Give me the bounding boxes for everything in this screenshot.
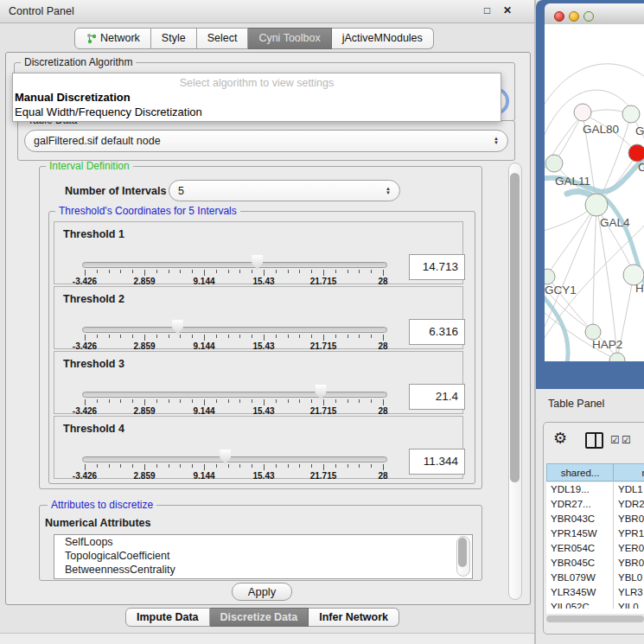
cell-shared-name[interactable]: YBR043C xyxy=(546,512,613,526)
checkbox-icon[interactable]: ☑ xyxy=(610,434,620,446)
checkbox-icon[interactable]: ☑ xyxy=(622,434,631,446)
column-header-name[interactable]: na xyxy=(613,463,644,481)
tick-mark xyxy=(120,464,121,468)
list-item[interactable]: SelfLoops xyxy=(54,535,472,549)
table-data-combobox[interactable]: galFiltered.sif default node ▲▼ xyxy=(24,130,508,152)
network-node[interactable] xyxy=(585,194,608,216)
close-icon[interactable]: ✕ xyxy=(503,4,512,16)
table-row[interactable]: YBR045CYBR0 xyxy=(546,556,644,571)
threshold-4-value-field[interactable]: 11.344 xyxy=(409,449,465,475)
threshold-1-value-field[interactable]: 14.713 xyxy=(409,254,465,280)
slider-track[interactable] xyxy=(82,456,387,462)
table-row[interactable]: YDR27...YDR2 xyxy=(546,497,644,512)
table-row[interactable]: YPR145WYPR1 xyxy=(546,526,644,541)
table-row[interactable]: YLR345WYLR3 xyxy=(546,585,644,600)
cell-shared-name[interactable]: YER054C xyxy=(546,541,613,556)
tab-impute-data[interactable]: Impute Data xyxy=(125,608,210,627)
network-node[interactable] xyxy=(574,104,591,121)
network-node[interactable] xyxy=(622,105,640,123)
tick-mark xyxy=(264,399,265,405)
cell-shared-name[interactable]: YLR345W xyxy=(546,585,613,600)
cell-shared-name[interactable]: YBL079W xyxy=(546,571,613,585)
threshold-4-slider[interactable]: -3.4262.8599.14415.4321.71528 xyxy=(54,417,462,478)
split-panel-icon[interactable] xyxy=(585,432,603,449)
tick-mark xyxy=(216,335,217,338)
table-horizontal-scrollbar[interactable] xyxy=(546,615,644,622)
threshold-2-value-field[interactable]: 6.316 xyxy=(409,319,465,345)
tick-mark xyxy=(109,464,110,468)
network-canvas[interactable]: GAL80 GA GAL11 C GAL4 GCY1 H HAP2 xyxy=(545,24,644,361)
table-row[interactable]: YBL079WYBL0 xyxy=(546,571,644,585)
network-node[interactable] xyxy=(545,269,555,284)
attributes-scrollbar-thumb[interactable] xyxy=(458,538,467,567)
number-of-intervals-combobox[interactable]: 5 ▲▼ xyxy=(169,180,400,201)
cell-name[interactable]: YPR1 xyxy=(613,526,644,541)
window-title: Control Panel xyxy=(9,5,74,17)
apply-button[interactable]: Apply xyxy=(232,583,292,601)
network-node[interactable] xyxy=(545,155,563,172)
cell-name[interactable]: YIL0 xyxy=(613,600,639,609)
attributes-group-title: Attributes to discretize xyxy=(48,500,156,511)
network-view-titlebar xyxy=(545,3,644,25)
combo-stepper-icon[interactable]: ▲▼ xyxy=(386,187,391,195)
table-row[interactable]: YER054CYER0 xyxy=(546,541,644,556)
interval-definition-title: Interval Definition xyxy=(46,161,133,172)
tick-mark xyxy=(97,270,98,273)
combo-stepper-icon[interactable]: ▲▼ xyxy=(494,137,499,145)
window-bottom-edge xyxy=(0,633,534,644)
table-row[interactable]: YDL19...YDL1 xyxy=(546,482,644,497)
tick-mark xyxy=(169,399,169,403)
cell-shared-name[interactable]: YIL052C xyxy=(546,600,613,609)
tick-mark xyxy=(323,335,324,341)
threshold-3-slider[interactable]: -3.4262.8599.14415.4321.71528 xyxy=(54,352,462,413)
cell-name[interactable]: YDR2 xyxy=(613,497,644,512)
cell-name[interactable]: YBR0 xyxy=(613,556,644,571)
tab-network[interactable]: Network xyxy=(74,28,151,49)
minimize-traffic-icon[interactable] xyxy=(569,11,579,22)
zoom-traffic-icon[interactable] xyxy=(583,11,594,22)
tick-mark xyxy=(371,335,372,338)
table-rows: YDL19...YDL1 YDR27...YDR2 YBR043CYBR0 YP… xyxy=(546,482,644,609)
threshold-3-value-field[interactable]: 21.4 xyxy=(409,384,465,410)
cell-shared-name[interactable]: YPR145W xyxy=(546,526,613,541)
cell-shared-name[interactable]: YBR045C xyxy=(546,556,613,571)
tab-impute-data-label: Impute Data xyxy=(137,609,199,626)
cell-name[interactable]: YDL1 xyxy=(613,482,643,497)
tick-mark xyxy=(299,464,300,468)
tab-infer-network[interactable]: Infer Network xyxy=(309,608,399,627)
cell-name[interactable]: YLR3 xyxy=(613,585,643,600)
tab-select[interactable]: Select xyxy=(197,28,249,49)
gear-icon[interactable]: ⚙ xyxy=(553,429,567,448)
float-icon[interactable]: □ xyxy=(484,4,490,16)
slider-track[interactable] xyxy=(82,262,387,268)
tick-mark xyxy=(156,270,157,273)
threshold-2-slider[interactable]: -3.4262.8599.14415.4321.71528 xyxy=(54,287,462,348)
slider-track[interactable] xyxy=(82,327,387,333)
tab-jactivemnodules[interactable]: jActiveMNodules xyxy=(332,28,434,49)
table-row[interactable]: YIL052CYIL0 xyxy=(546,600,644,609)
list-item[interactable]: TopologicalCoefficient xyxy=(54,549,472,563)
cell-shared-name[interactable]: YDR27... xyxy=(546,497,613,512)
threshold-1-slider[interactable]: -3.4262.8599.14415.4321.71528 xyxy=(54,222,462,284)
network-node-selected[interactable] xyxy=(628,144,644,162)
algorithm-option-manual[interactable]: Manual Discretization xyxy=(15,91,131,104)
list-item[interactable]: BetweennessCentrality xyxy=(54,563,472,577)
tab-select-label: Select xyxy=(207,29,238,48)
network-node[interactable] xyxy=(609,353,625,361)
table-row[interactable]: YBR043CYBR0 xyxy=(546,512,644,526)
tab-style[interactable]: Style xyxy=(151,28,197,49)
settings-scrollbar-thumb[interactable] xyxy=(510,173,520,482)
cell-name[interactable]: YBL0 xyxy=(613,571,642,585)
tab-cyni-toolbox[interactable]: Cyni Toolbox xyxy=(248,28,331,49)
cell-name[interactable]: YBR0 xyxy=(613,512,644,526)
slider-track[interactable] xyxy=(82,392,387,398)
cell-name[interactable]: YER0 xyxy=(613,541,644,556)
column-header-shared-name[interactable]: shared... xyxy=(546,463,614,481)
numerical-attributes-list[interactable]: SelfLoops TopologicalCoefficient Between… xyxy=(54,534,473,579)
tick-mark xyxy=(192,270,193,273)
tick-mark xyxy=(288,335,289,338)
tab-discretize-data[interactable]: Discretize Data xyxy=(210,608,309,627)
cell-shared-name[interactable]: YDL19... xyxy=(546,482,613,497)
algorithm-option-equal-width[interactable]: Equal Width/Frequency Discretization xyxy=(15,105,202,118)
close-traffic-icon[interactable] xyxy=(554,11,564,22)
